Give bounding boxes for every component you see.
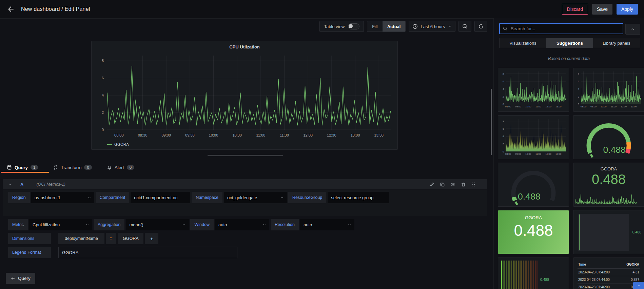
main-vertical-scrollbar[interactable] [491, 89, 492, 155]
suggestion-card-lcd-gauge[interactable]: 0.488 [498, 257, 569, 289]
back-button[interactable] [5, 3, 17, 15]
lcd-gauge-value: 0.488 [540, 277, 549, 282]
add-dimension-button[interactable]: + [145, 233, 158, 244]
suggestion-card-stat-colored[interactable]: GGORA 0.488 [498, 210, 569, 254]
collapse-options-button[interactable] [625, 24, 640, 35]
y-tick-label: 6 [102, 76, 104, 80]
compartment-input[interactable]: ocid1.compartment.oc [131, 192, 190, 203]
dimension-key[interactable]: deploymentName [58, 233, 104, 244]
page-title: New dashboard / Edit Panel [21, 6, 90, 12]
y-tick-label: 8 [503, 120, 504, 122]
query-field-row-2: Metric CpuUtilization Aggregation mean()… [8, 219, 354, 230]
refresh-button[interactable] [474, 21, 487, 32]
dimension-equals[interactable]: = [106, 233, 116, 244]
collapse-query-chevron-icon[interactable] [8, 182, 12, 186]
y-tick-label: 2 [503, 143, 504, 145]
tab-query[interactable]: Query 1 [7, 165, 38, 170]
table-row: 2023-04-23 07:43:004.31 [578, 269, 640, 276]
legend-format-value: GGORA [62, 250, 78, 255]
search-input[interactable] [510, 26, 623, 32]
bar-gauge-bar [579, 214, 580, 250]
suggestion-card-timeseries-1[interactable]: 86420 08:0009:0010:0011:0012:0013:00 [498, 68, 569, 112]
gauge-chart: 0.488 [498, 163, 569, 206]
chevron-down-icon [262, 223, 266, 227]
tab-suggestions[interactable]: Suggestions [546, 38, 593, 48]
zoom-out-button[interactable] [458, 21, 471, 32]
drag-query-handle[interactable] [471, 182, 476, 187]
apply-button[interactable]: Apply [617, 4, 638, 15]
x-tick-label: 11:00 [611, 105, 617, 108]
suggestion-card-gradient-timeseries[interactable]: 86420 08:0009:0010:0011:0012:0013:00 [498, 115, 569, 159]
table-header-time: Time [578, 261, 621, 269]
y-tick-label: 0 [578, 103, 579, 105]
x-tick-label: 10:30 [232, 133, 242, 137]
x-tick-label: 10:00 [525, 105, 531, 108]
cpu-utilization-panel[interactable]: CPU Utlization 86420 08:0008:3009:0009:3… [91, 41, 398, 150]
resourcegroup-input[interactable]: select resource group [328, 192, 389, 203]
sidebar-tab-group: Visualizations Suggestions Library panel… [499, 38, 640, 48]
tab-library-panels[interactable]: Library panels [593, 38, 640, 48]
table-view-toggle[interactable] [348, 23, 359, 29]
y-tick-label: 6 [503, 80, 504, 83]
y-tick-label: 8 [102, 59, 104, 63]
legend-item-ggora[interactable]: GGORA [107, 142, 129, 146]
tab-alert[interactable]: Alert 0 [107, 165, 134, 170]
delete-query-button[interactable] [461, 182, 466, 187]
compartment-label: Compartment [96, 192, 130, 203]
query-datasource: (OCI Metrics-1) [36, 182, 65, 187]
table-row: 2023-04-23 07:44:000.387 [578, 276, 640, 284]
refresh-icon [478, 24, 484, 29]
mini-x-axis: 08:0009:0010:0011:0012:0013:00 [581, 105, 641, 108]
window-select[interactable]: auto [215, 219, 269, 230]
time-range-picker[interactable]: Last 6 hours [409, 21, 455, 32]
horizontal-scrollbar[interactable] [208, 155, 283, 156]
legend-format-input[interactable]: GGORA [58, 247, 237, 258]
suggestion-card-gauge[interactable]: 0.488 [573, 115, 644, 159]
top-header: New dashboard / Edit Panel Discard Save … [0, 0, 644, 19]
add-query-button[interactable]: Query [6, 273, 35, 284]
duplicate-query-button[interactable] [440, 182, 445, 187]
tab-alert-count: 0 [127, 165, 134, 170]
mini-x-axis: 08:0009:0010:0011:0012:0013:00 [506, 105, 566, 108]
suggestion-card-stat-sparkline[interactable]: GGORA 0.488 [573, 163, 644, 207]
region-select[interactable]: us-ashburn-1 [31, 192, 94, 203]
suggestion-card-gauge-dark[interactable]: 0.488 [498, 163, 569, 207]
x-tick-label: 08:00 [505, 153, 511, 155]
x-tick-label: 09:00 [590, 105, 597, 108]
zoom-out-icon [462, 24, 468, 29]
x-tick-label: 13:00 [555, 105, 562, 108]
metric-label: Metric [8, 219, 28, 230]
clock-icon [412, 24, 418, 29]
table-view-group: Table view [319, 21, 364, 32]
edit-query-button[interactable] [429, 182, 434, 187]
actual-option[interactable]: Actual [383, 21, 406, 32]
mini-y-axis: 86420 [500, 119, 505, 151]
open-pane-button[interactable] [633, 282, 644, 289]
aggregation-label: Aggregation [94, 219, 124, 230]
disable-query-button[interactable] [450, 182, 455, 187]
discard-button[interactable]: Discard [562, 4, 588, 15]
x-tick-label: 11:00 [256, 133, 265, 137]
panel-title: CPU Utlization [92, 44, 397, 49]
x-tick-label: 11:00 [535, 105, 541, 108]
query-row-header[interactable]: A (OCI Metrics-1) [3, 179, 487, 189]
save-button[interactable]: Save [592, 4, 612, 15]
x-tick-label: 11:00 [535, 153, 541, 155]
dimensions-label: Dimensions [8, 233, 51, 244]
add-query-label: Query [18, 276, 31, 281]
bell-icon [107, 165, 112, 170]
suggestion-card-bar-gauge[interactable]: 0.488 [573, 210, 644, 254]
aggregation-select[interactable]: mean() [126, 219, 189, 230]
resolution-select[interactable]: auto [300, 219, 354, 230]
suggestion-card-timeseries-2[interactable]: 86420 08:0009:0010:0011:0012:0013:00 [573, 68, 644, 112]
dimension-value[interactable]: GGORA [118, 233, 143, 244]
query-ref-id: A [20, 182, 23, 187]
fill-option[interactable]: Fill [367, 21, 383, 32]
tab-transform[interactable]: Transform 0 [53, 165, 92, 170]
chevron-down-icon [85, 223, 89, 227]
mini-y-axis: 86420 [575, 71, 580, 104]
namespace-select[interactable]: oci_goldengate [224, 192, 287, 203]
tab-visualizations[interactable]: Visualizations [500, 38, 546, 48]
panel-toolbar: Table view Fill Actual Last 6 hours [319, 21, 487, 32]
metric-select[interactable]: CpuUtilization [29, 219, 92, 230]
